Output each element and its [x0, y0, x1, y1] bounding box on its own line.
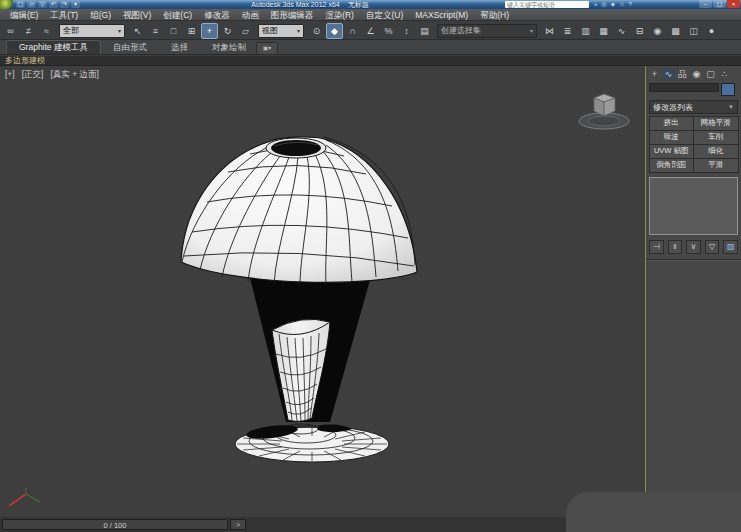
modifier-meshsmooth-button[interactable]: 网格平滑 [693, 116, 739, 131]
make-unique-button[interactable]: ∨ [686, 240, 701, 254]
material-editor-icon[interactable]: ◉ [649, 23, 666, 39]
snaps-toggle-icon[interactable]: ∩ [344, 23, 361, 39]
chevron-down-icon: ▾ [118, 27, 121, 34]
show-end-result-button[interactable]: ‖ [668, 240, 683, 254]
menu-rendering[interactable]: 渲染(R) [319, 9, 360, 21]
menu-group[interactable]: 组(G) [84, 9, 117, 21]
align-icon[interactable]: ≣ [559, 23, 576, 39]
modifier-tessellate-button[interactable]: 细化 [693, 144, 739, 159]
menu-animation[interactable]: 动画 [236, 9, 265, 21]
tab-freeform[interactable]: 自由形式 [101, 41, 159, 54]
open-file-icon[interactable]: ▱ [27, 1, 36, 8]
modifier-uvw-map-button[interactable]: UVW 贴图 [649, 144, 695, 159]
layer-manager-icon[interactable]: ▥ [577, 23, 594, 39]
pin-stack-button[interactable]: ⊣ [649, 240, 664, 254]
rendered-frame-window-icon[interactable]: ◫ [685, 23, 702, 39]
menu-maxscript[interactable]: MAXScript(M) [409, 9, 474, 21]
window-crossing-icon[interactable]: ⊞ [183, 23, 200, 39]
project-menu-icon[interactable]: ▾ [71, 1, 80, 8]
object-color-swatch[interactable] [721, 83, 735, 96]
favorites-icon[interactable]: ☆ [619, 1, 624, 8]
minimize-button[interactable]: – [699, 0, 712, 8]
tab-utilities[interactable]: ∴ [718, 68, 731, 80]
named-selection-sets-dropdown[interactable]: 创建选择集 ▾ [437, 24, 537, 38]
chevron-down-icon: ▾ [297, 27, 300, 34]
tab-hierarchy[interactable]: 品 [676, 68, 689, 80]
popup-panel [566, 492, 741, 532]
modifier-smooth-button[interactable]: 平滑 [693, 158, 739, 173]
modifier-stack-toolbar: ⊣‖∨▽▨ [646, 238, 741, 256]
use-pivot-point-center-icon[interactable]: ⊙ [308, 23, 325, 39]
menu-tools[interactable]: 工具(T) [44, 9, 84, 21]
rectangular-selection-region-icon[interactable]: □ [165, 23, 182, 39]
window-controls: –▢× [699, 0, 740, 8]
spinner-snap-icon[interactable]: ↕ [398, 23, 415, 39]
select-and-manipulate-icon[interactable]: ◆ [326, 23, 343, 39]
menu-modifiers[interactable]: 修改器 [198, 9, 236, 21]
selection-filter-dropdown[interactable]: 全部 ▾ [59, 24, 125, 38]
tab-modify[interactable]: ∿ [662, 68, 675, 80]
modifier-lathe-button[interactable]: 车削 [693, 130, 739, 145]
modifier-bevel-profile-button[interactable]: 倒角剖面 [649, 158, 695, 173]
menu-help[interactable]: 帮助(H) [474, 9, 515, 21]
schematic-view-icon[interactable]: ⊟ [631, 23, 648, 39]
menu-customize[interactable]: 自定义(U) [360, 9, 409, 21]
object-name-field[interactable] [649, 83, 719, 92]
render-production-teapot-icon[interactable]: ● [703, 23, 720, 39]
chevron-down-icon: ▾ [530, 27, 533, 34]
curve-editor-icon[interactable]: ∿ [613, 23, 630, 39]
ribbon-options-button[interactable]: ▣▾ [256, 42, 278, 55]
menu-graph-editors[interactable]: 图形编辑器 [265, 9, 320, 21]
help-icon[interactable]: ? [629, 1, 632, 8]
save-file-icon[interactable]: ▽ [38, 1, 47, 8]
modifier-list-dropdown[interactable]: 修改器列表 ▼ [649, 100, 738, 114]
world-axis-icon [4, 488, 44, 514]
infocenter-icons: »◎◈☆? [594, 1, 632, 8]
lamp-model [0, 66, 645, 517]
remove-modifier-button[interactable]: ▽ [705, 240, 720, 254]
new-file-icon[interactable]: ▢ [16, 1, 25, 8]
viewcube[interactable] [572, 84, 636, 132]
angle-snap-icon[interactable]: ∠ [362, 23, 379, 39]
search-go-icon[interactable]: » [594, 1, 597, 8]
select-and-move-icon[interactable]: + [201, 23, 218, 39]
modifier-extrude-button[interactable]: 挤出 [649, 116, 695, 131]
tab-object-paint[interactable]: 对象绘制 [200, 41, 258, 54]
render-setup-icon[interactable]: ▩ [667, 23, 684, 39]
graphite-ribbon-toggle-icon[interactable]: ▦ [595, 23, 612, 39]
tab-selection[interactable]: 选择 [159, 41, 200, 54]
tab-motion[interactable]: ◉ [690, 68, 703, 80]
time-slider[interactable]: 0 / 100 [2, 519, 228, 530]
modifier-stack-list[interactable] [649, 177, 738, 235]
viewport-canvas[interactable]: [+] [正交] [真实 + 边面] [0, 66, 646, 518]
unlink-selection-icon[interactable]: ≠ [20, 23, 37, 39]
redo-icon[interactable]: ↷ [60, 1, 69, 8]
tab-create[interactable]: + [648, 68, 661, 80]
maximize-button[interactable]: ▢ [713, 0, 726, 8]
communication-center-icon[interactable]: ◈ [611, 1, 616, 8]
select-by-name-icon[interactable]: ≡ [147, 23, 164, 39]
next-frame-button[interactable]: > [230, 519, 246, 530]
menu-create[interactable]: 创建(C) [157, 9, 198, 21]
tab-graphite-modeling[interactable]: Graphite 建模工具 [6, 40, 101, 54]
menu-views[interactable]: 视图(V) [117, 9, 157, 21]
menu-edit[interactable]: 编辑(E) [4, 9, 44, 21]
modifier-noise-button[interactable]: 噪波 [649, 130, 695, 145]
percent-snap-icon[interactable]: % [380, 23, 397, 39]
close-button[interactable]: × [727, 0, 740, 8]
edit-named-selection-sets-icon[interactable]: ▤ [416, 23, 433, 39]
undo-icon[interactable]: ↶ [49, 1, 58, 8]
subscription-center-icon[interactable]: ◎ [601, 1, 606, 8]
ribbon-panel-title[interactable]: 多边形建模 [0, 56, 741, 66]
select-object-icon[interactable]: ↖ [129, 23, 146, 39]
command-panel: +∿品◉▢∴ 修改器列表 ▼ 挤出网格平滑噪波车削UVW 贴图细化倒角剖面平滑 … [646, 66, 741, 532]
select-and-link-icon[interactable]: ∞ [2, 23, 19, 39]
mirror-icon[interactable]: ⋈ [541, 23, 558, 39]
select-and-scale-icon[interactable]: ▱ [237, 23, 254, 39]
bind-to-space-warp-icon[interactable]: ≈ [38, 23, 55, 39]
reference-coordinate-system-dropdown[interactable]: 视图 ▾ [258, 24, 304, 38]
infocenter-search-input[interactable] [505, 1, 589, 8]
tab-display[interactable]: ▢ [704, 68, 717, 80]
select-and-rotate-icon[interactable]: ↻ [219, 23, 236, 39]
configure-modifier-sets-button[interactable]: ▨ [723, 240, 738, 254]
